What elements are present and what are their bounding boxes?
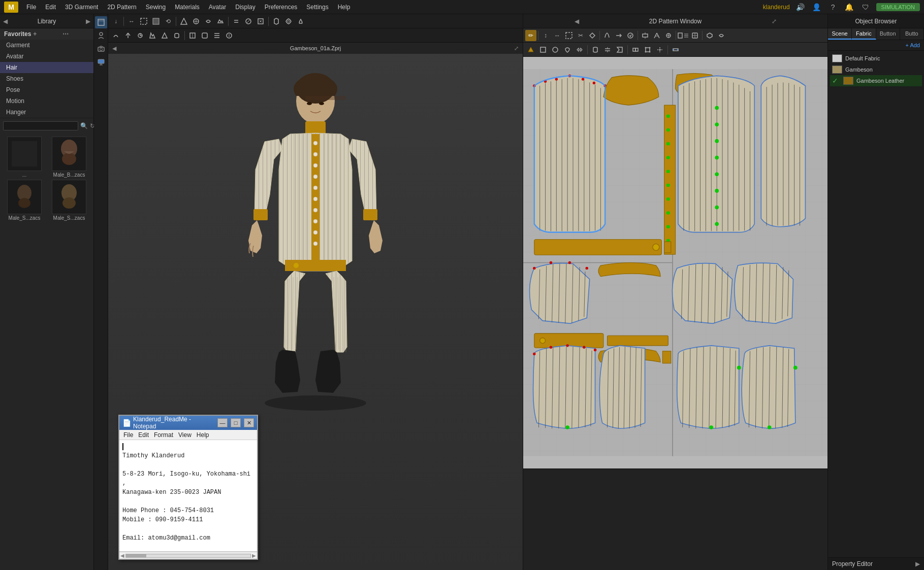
notepad-minimize-btn[interactable]: — [217,418,228,427]
library-collapse-icon[interactable]: ▶ [86,18,90,25]
pt-btn2[interactable]: ↕ [540,30,551,41]
pattern-collapse-icon[interactable]: ◀ [527,18,626,25]
pattern-area[interactable] [523,57,827,468]
3d-expand-icon[interactable]: ⤢ [514,45,519,52]
np-menu-format[interactable]: Format [152,431,175,439]
menu-avatar[interactable]: Avatar [205,3,230,12]
pt-btn4[interactable] [563,30,575,41]
menu-2d-pattern[interactable]: 2D Pattern [103,3,140,12]
notepad-content[interactable]: Timothy Klanderud 5-8-23 Mori, Isogo-ku,… [119,440,257,552]
pt-btn1[interactable]: ✏ [525,30,536,41]
search-input[interactable] [3,121,78,130]
property-editor-header[interactable]: Property Editor ▶ [828,558,924,570]
toolbar-btn6[interactable] [178,16,189,27]
menu-3d-garment[interactable]: 3D Garment [61,3,102,12]
toolbar-rotate-btn[interactable]: ⟲ [163,16,174,27]
notepad-scrollbar[interactable]: ◀ ▶ [119,552,257,559]
nav-pose[interactable]: Pose [0,84,93,95]
pt2-btn12[interactable] [670,44,681,55]
tb2-btn4[interactable] [147,30,158,41]
menu-materials[interactable]: Materials [171,3,204,12]
toolbar-move-btn[interactable]: ↔ [126,16,137,27]
menu-display[interactable]: Display [231,3,259,12]
nav-avatar[interactable]: Avatar [0,51,93,62]
menu-edit[interactable]: Edit [41,3,60,12]
toolbar-btn7[interactable] [190,16,202,27]
pt-btn5[interactable]: ✂ [575,30,586,41]
screen-icon[interactable] [95,56,107,68]
toolbar-btn13[interactable] [271,16,282,27]
np-menu-help[interactable]: Help [195,431,211,439]
tb2-btn7[interactable] [187,30,198,41]
pt-btn9[interactable] [625,30,636,41]
tb2-btn5[interactable] [159,30,170,41]
np-menu-view[interactable]: View [176,431,194,439]
pt-btn13[interactable] [678,30,689,41]
pt2-btn3[interactable] [550,44,561,55]
sound-icon[interactable]: 🔊 [795,2,806,13]
np-menu-edit[interactable]: Edit [136,431,151,439]
nav-hanger[interactable]: Hanger [0,107,93,118]
pt2-btn1[interactable] [525,44,536,55]
nav-motion[interactable]: Motion [0,95,93,107]
user-icon[interactable]: 👤 [811,2,822,13]
toolbar-select-btn[interactable] [138,16,149,27]
list-item[interactable]: ... [3,137,46,178]
menu-preferences[interactable]: Preferences [261,3,302,12]
pt-btn16[interactable] [716,30,727,41]
shield-icon[interactable]: 🛡 [860,2,871,13]
favorites-add-icon[interactable]: + [33,30,60,38]
toolbar-paint-btn[interactable] [150,16,162,27]
pt-btn6[interactable] [587,30,598,41]
pt-btn11[interactable] [651,30,662,41]
3d-collapse-icon[interactable]: ◀ [112,45,116,52]
list-item[interactable]: Male_B...zacs [48,137,90,178]
toolbar-btn14[interactable] [283,16,294,27]
avatar-view-icon[interactable] [95,29,107,42]
list-item[interactable]: Gambeson [830,64,922,75]
add-fabric-button[interactable]: + Add [906,42,920,48]
view-3d[interactable]: Gambeson_01a.Zprj ⤢ ◀ [108,43,523,570]
property-editor-arrow-icon[interactable]: ▶ [915,560,920,567]
tb2-btn2[interactable] [122,30,134,41]
3d-view-icon[interactable] [95,16,107,28]
toolbar-arrow-btn[interactable]: ↓ [110,16,121,27]
list-item[interactable]: Male_S...zacs [48,180,90,221]
pt-btn15[interactable] [704,30,715,41]
toolbar-btn8[interactable] [203,16,214,27]
help-icon[interactable]: ? [827,2,839,13]
pt-btn10[interactable] [640,30,651,41]
tb2-btn10[interactable] [224,30,235,41]
scroll-left-btn[interactable]: ◀ [120,553,124,558]
tb2-btn6[interactable] [171,30,182,41]
list-item[interactable]: ✓ Gambeson Leather [830,75,922,86]
notification-icon[interactable]: 🔔 [844,2,855,13]
pt-btn3[interactable]: ↔ [552,30,563,41]
tb2-btn8[interactable] [199,30,210,41]
pt2-btn7[interactable] [602,44,613,55]
notepad-maximize-btn[interactable]: □ [231,418,241,427]
scroll-right-btn[interactable]: ▶ [252,553,256,558]
toolbar-btn9[interactable] [215,16,226,27]
toolbar-btn12[interactable] [255,16,266,27]
simulation-button[interactable]: SIMULATION [876,3,920,11]
pt2-btn4[interactable] [562,44,573,55]
pt2-btn5[interactable] [574,44,585,55]
camera-view-icon[interactable] [95,43,107,55]
pt-btn12[interactable] [663,30,674,41]
library-back-icon[interactable]: ◀ [3,18,8,25]
toolbar-btn11[interactable] [243,16,254,27]
tab-scene[interactable]: Scene [828,28,852,40]
menu-sewing[interactable]: Sewing [142,3,170,12]
pt2-btn9[interactable] [630,44,641,55]
tb2-btn1[interactable] [110,30,121,41]
tb2-btn3[interactable] [135,30,146,41]
favorites-more-icon[interactable]: ⋯ [62,30,89,38]
pt2-btn10[interactable] [642,44,653,55]
nav-hair[interactable]: Hair [0,62,93,73]
tab-button[interactable]: Button [876,28,900,40]
menu-settings[interactable]: Settings [302,3,332,12]
menu-file[interactable]: File [22,3,40,12]
menu-help[interactable]: Help [334,3,355,12]
nav-garment[interactable]: Garment [0,40,93,51]
